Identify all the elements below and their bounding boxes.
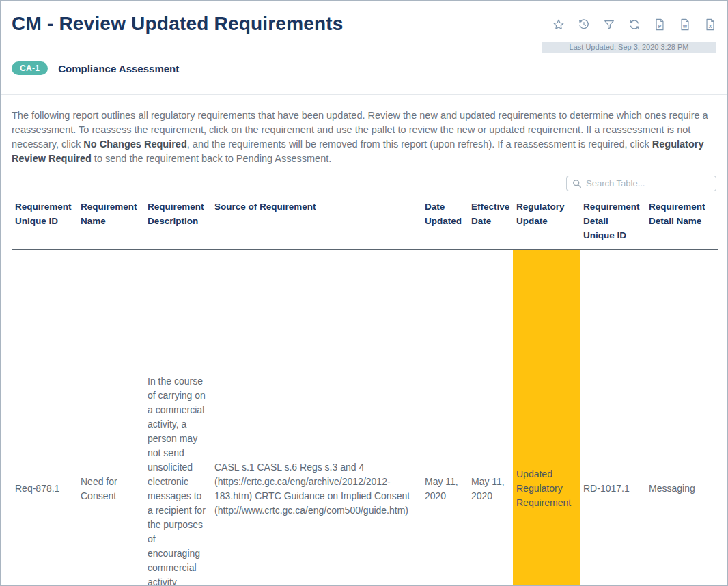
cell-requirement-unique-id: Req-878.1 — [12, 250, 77, 586]
cell-effective-date: May 11, 2020 — [468, 250, 513, 586]
cell-date-updated: May 11, 2020 — [421, 250, 468, 586]
export-word-icon[interactable]: W — [679, 18, 691, 31]
page-header: CM - Review Updated Requirements P — [12, 1, 716, 35]
col-header-source-of-requirement[interactable]: Source of Requirement — [211, 198, 421, 250]
table-search-box[interactable] — [566, 176, 716, 191]
header-divider — [1, 94, 727, 95]
assessment-header: CA-1 Compliance Assessment — [12, 61, 716, 75]
assessment-subtitle: Compliance Assessment — [58, 63, 179, 74]
cell-requirement-description: In the course of carrying on a commercia… — [144, 250, 211, 586]
refresh-icon[interactable] — [628, 18, 641, 31]
col-header-date-updated[interactable]: Date Updated — [421, 198, 468, 250]
star-icon[interactable] — [552, 18, 565, 31]
cell-requirement-name: Need for Consent — [77, 250, 144, 586]
cell-regulatory-update: Updated Regulatory Requirement — [513, 250, 580, 586]
col-header-regulatory-update[interactable]: Regulatory Update — [513, 198, 580, 250]
description-segment-3: to send the requirement back to Pending … — [92, 153, 331, 164]
assessment-id-badge: CA-1 — [12, 61, 48, 75]
no-changes-required-emphasis: No Changes Required — [83, 139, 186, 150]
col-header-requirement-unique-id[interactable]: Requirement Unique ID — [12, 198, 77, 250]
col-header-requirement-description[interactable]: Requirement Description — [144, 198, 211, 250]
cell-requirement-detail-unique-id: RD-1017.1 — [580, 250, 645, 586]
col-header-effective-date[interactable]: Effective Date — [468, 198, 513, 250]
report-toolbar: P W X — [552, 18, 716, 31]
report-description: The following report outlines all regula… — [12, 109, 716, 166]
cell-requirement-detail-name: Messaging — [645, 250, 718, 586]
col-header-requirement-name[interactable]: Requirement Name — [77, 198, 144, 250]
description-segment-2: , and the requirements will be removed f… — [187, 139, 652, 150]
svg-text:P: P — [658, 24, 662, 29]
search-input[interactable] — [586, 178, 710, 189]
export-excel-icon[interactable]: X — [704, 18, 716, 31]
search-row — [12, 176, 716, 191]
requirements-table: Requirement Unique ID Requirement Name R… — [12, 198, 718, 586]
last-updated-row: Last Updated: Sep 3, 2020 3:28 PM — [12, 42, 716, 53]
svg-text:X: X — [709, 24, 712, 29]
page-title: CM - Review Updated Requirements — [12, 13, 344, 35]
table-header-row: Requirement Unique ID Requirement Name R… — [12, 198, 718, 250]
search-icon — [572, 179, 582, 189]
col-header-requirement-detail-name[interactable]: Requirement Detail Name — [645, 198, 718, 250]
report-page: CM - Review Updated Requirements P — [0, 0, 728, 586]
requirement-row[interactable]: Req-878.1 Need for Consent In the course… — [12, 250, 718, 586]
cell-source-of-requirement: CASL s.1 CASL s.6 Regs s.3 and 4 (https:… — [211, 250, 421, 586]
filter-icon[interactable] — [603, 18, 615, 31]
history-icon[interactable] — [578, 18, 590, 31]
svg-text:W: W — [683, 24, 688, 29]
export-pdf-icon[interactable]: P — [654, 18, 666, 31]
col-header-requirement-detail-unique-id[interactable]: Requirement Detail Unique ID — [580, 198, 645, 250]
last-updated-badge: Last Updated: Sep 3, 2020 3:28 PM — [542, 42, 716, 53]
